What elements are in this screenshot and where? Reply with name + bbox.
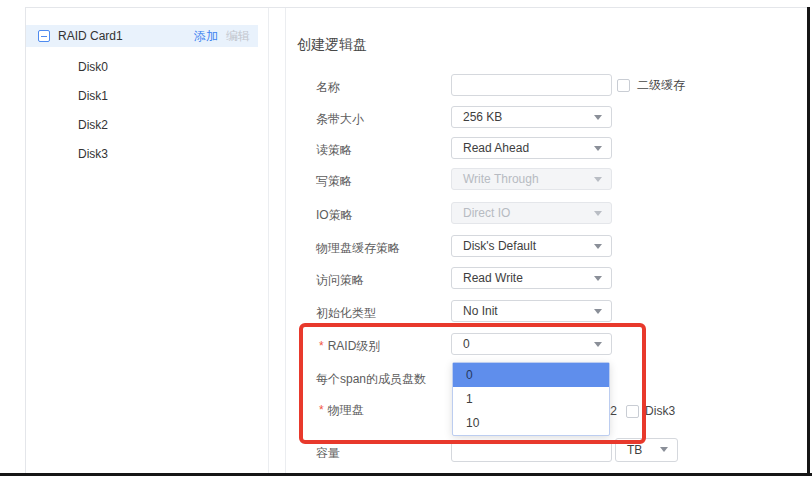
raid-option-10[interactable]: 10 [453,411,609,435]
stripe-size-select[interactable]: 256 KB [451,106,612,128]
io-policy-select: Direct IO [451,202,612,224]
edit-link[interactable]: 编辑 [226,28,250,45]
disk-cache-policy-value: Disk's Default [463,239,536,253]
sidebar-item-disk1[interactable]: Disk1 [78,89,108,103]
panel-top-border [25,7,808,8]
access-policy-label: 访问策略 [316,272,364,289]
raid-level-value: 0 [463,337,470,351]
write-policy-value: Write Through [463,172,539,186]
disk3-checkbox-item[interactable]: Disk3 [626,404,675,418]
raid-level-dropdown-menu: 0 1 10 [452,362,610,436]
capacity-label: 容量 [316,445,340,462]
disk-cache-policy-select[interactable]: Disk's Default [451,235,612,257]
capacity-unit-value: TB [627,443,642,457]
raid-card-label: RAID Card1 [58,29,123,43]
disk3-checkbox-label: Disk3 [645,404,675,418]
panel-left-border [25,7,26,473]
init-type-select[interactable]: No Init [451,300,612,322]
write-policy-select: Write Through [451,168,612,190]
secondary-cache-label: 二级缓存 [637,77,685,94]
sidebar-divider [268,8,269,473]
collapse-minus-icon[interactable] [38,30,50,42]
name-input[interactable] [451,74,612,96]
add-link[interactable]: 添加 [194,28,218,45]
access-policy-select[interactable]: Read Write [451,267,612,289]
screenshot-bottom-edge [0,473,812,476]
chevron-down-icon [594,211,602,216]
io-policy-label: IO策略 [316,207,353,224]
span-members-label: 每个span的成员盘数 [316,371,426,388]
required-asterisk: * [319,339,324,353]
chevron-down-icon [594,115,602,120]
init-type-value: No Init [463,304,498,318]
sidebar-item-disk3[interactable]: Disk3 [78,147,108,161]
chevron-down-icon [594,276,602,281]
page-title: 创建逻辑盘 [297,36,367,54]
access-policy-value: Read Write [463,271,523,285]
raid-level-select[interactable]: 0 [451,333,612,355]
raid-option-1[interactable]: 1 [453,387,609,411]
io-policy-value: Direct IO [463,206,510,220]
raid-level-label: *RAID级别 [319,338,380,355]
chevron-down-icon [594,342,602,347]
read-policy-value: Read Ahead [463,141,529,155]
capacity-input[interactable] [451,440,612,462]
raid-level-label-text: RAID级别 [328,339,381,353]
name-label: 名称 [316,79,340,96]
disk-cache-policy-label: 物理盘缓存策略 [316,240,400,257]
secondary-cache-checkbox[interactable] [617,79,630,92]
stripe-size-label: 条带大小 [316,111,364,128]
physical-disk-label: *物理盘 [319,402,364,419]
chevron-down-icon [594,309,602,314]
init-type-label: 初始化类型 [316,305,376,322]
stripe-size-value: 256 KB [463,110,502,124]
sidebar-item-disk2[interactable]: Disk2 [78,118,108,132]
required-asterisk: * [319,403,324,417]
capacity-unit-select[interactable]: TB [615,438,678,462]
disk3-checkbox[interactable] [626,405,639,418]
read-policy-select[interactable]: Read Ahead [451,137,612,159]
main-panel-border [285,8,286,473]
sidebar-item-disk0[interactable]: Disk0 [78,60,108,74]
chevron-down-icon [594,177,602,182]
sidebar-item-raid-card[interactable]: RAID Card1 添加 编辑 [26,25,258,47]
read-policy-label: 读策略 [316,142,352,159]
chevron-down-icon [594,146,602,151]
write-policy-label: 写策略 [316,173,352,190]
raid-option-0[interactable]: 0 [453,363,609,387]
screenshot-right-edge [807,7,810,476]
chevron-down-icon [660,447,668,452]
chevron-down-icon [594,244,602,249]
physical-disk-label-text: 物理盘 [328,403,364,417]
